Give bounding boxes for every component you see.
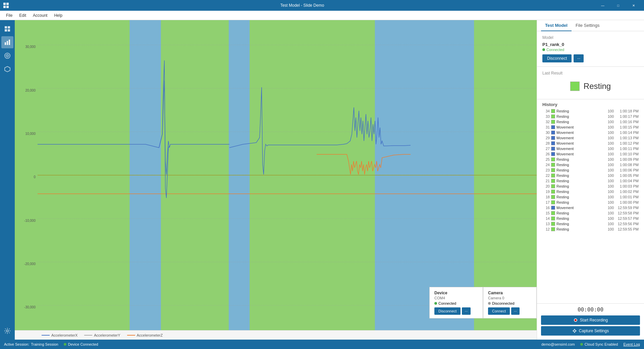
menu-edit[interactable]: Edit [16,12,30,19]
history-row: 25 Resting 100 1:00:09 PM [540,157,641,162]
history-class-label: Resting [556,211,603,215]
history-num: 19 [542,190,550,194]
history-confidence: 100 [604,200,614,204]
svg-rect-10 [9,40,10,45]
history-confidence: 100 [604,141,614,145]
history-num: 13 [542,222,550,226]
history-timestamp: 1:00:16 PM [615,120,639,124]
sidebar-item-settings[interactable] [1,325,13,337]
history-confidence: 100 [604,190,614,194]
disconnect-device-button[interactable]: Disconnect [434,307,461,315]
history-row: 28 Movement 100 1:00:12 PM [540,141,641,146]
history-color-dot [551,114,555,118]
history-timestamp: 1:00:14 PM [615,131,639,135]
camera-port: Camera 0 [488,296,532,300]
history-timestamp: 1:00:12 PM [615,141,639,145]
session-name: Training Session [31,342,58,346]
statusbar-log-label[interactable]: Event Log [623,342,640,346]
history-num: 21 [542,179,550,183]
chart-container[interactable]: 30,000 20,000 10,000 0 -10,000 -20,000 -… [15,20,537,330]
menu-file[interactable]: File [3,12,16,19]
history-confidence: 100 [604,195,614,199]
model-status-dot [542,48,545,51]
history-class-label: Resting [556,114,603,118]
history-row: 24 Resting 100 1:00:08 PM [540,162,641,167]
disconnect-model-button[interactable]: Disconnect [542,54,572,62]
history-class-label: Movement [556,147,603,151]
svg-point-37 [575,319,577,321]
model-more-button[interactable]: ··· [574,54,584,62]
history-confidence: 100 [604,157,614,161]
history-color-dot [551,200,555,204]
status-session: Active Session: Training Session [4,342,58,346]
history-class-label: Resting [556,184,603,188]
device-more-button[interactable]: ··· [462,307,470,315]
legend-line-z [127,335,135,336]
history-num: 18 [542,195,550,199]
sidebar-item-signal[interactable] [1,50,13,62]
history-class-label: Resting [556,157,603,161]
history-class-label: Resting [556,173,603,178]
tab-test-model[interactable]: Test Model [541,20,572,31]
model-section-label: Model [542,35,639,40]
history-color-dot [551,136,555,140]
camera-card: Camera Camera 0 Disconnected Connect ··· [483,287,537,318]
history-color-dot [551,168,555,172]
restore-button[interactable]: □ [610,0,626,11]
history-class-label: Resting [556,190,603,194]
statusbar-device-dot [64,343,66,346]
device-port: COM4 [434,296,478,300]
connect-camera-button[interactable]: Connect [488,307,510,315]
history-list[interactable]: 34 Resting 100 1:00:18 PM 33 Resting 100… [537,108,644,303]
history-color-dot [551,141,555,145]
menu-help[interactable]: Help [51,12,66,19]
history-confidence: 100 [604,216,614,220]
sidebar [0,20,15,340]
history-color-dot [551,227,555,231]
statusbar-cloud-label: Cloud Sync Enabled [585,342,618,346]
sidebar-item-home[interactable] [1,23,13,35]
history-confidence: 100 [604,211,614,215]
minimize-button[interactable]: — [595,0,610,11]
history-color-dot [551,211,555,215]
history-num: 26 [542,152,550,156]
history-color-dot [551,173,555,178]
history-color-dot [551,184,555,188]
sidebar-item-chart[interactable] [1,36,13,48]
model-icon [4,66,11,72]
history-timestamp: 1:00:00 PM [615,200,639,204]
device-status-dot [434,302,437,305]
history-row: 31 Movement 100 1:00:15 PM [540,124,641,130]
menu-account[interactable]: Account [30,12,51,19]
history-num: 33 [542,114,550,118]
history-color-dot [551,157,555,161]
gear-icon [4,328,11,334]
sidebar-item-model[interactable] [1,63,13,75]
history-class-label: Resting [556,179,603,183]
camera-more-button[interactable]: ··· [511,307,520,315]
history-timestamp: 1:00:04 PM [615,179,639,183]
signal-icon [4,52,11,59]
history-color-dot [551,222,555,226]
history-num: 27 [542,147,550,151]
statusbar: Active Session: Training Session Device … [0,340,644,349]
capture-settings-button[interactable]: Capture Settings [541,326,640,336]
status-device: Device Connected [64,342,98,346]
history-class-label: Resting [556,227,603,231]
statusbar-device-label: Device Connected [68,342,98,346]
history-timestamp: 12:59:55 PM [615,227,639,231]
tab-file-settings[interactable]: File Settings [572,20,604,31]
close-button[interactable]: ✕ [626,0,641,11]
start-recording-button[interactable]: Start Recording [541,315,640,325]
history-row: 18 Resting 100 1:00:01 PM [540,194,641,200]
legend-label-x: AccelerometerX [51,333,77,337]
history-timestamp: 1:00:10 PM [615,152,639,156]
history-num: 16 [542,206,550,210]
statusbar-email: demo@sensiml.com [541,342,575,346]
history-timestamp: 1:00:09 PM [615,157,639,161]
camera-status-label: Disconnected [492,301,515,305]
history-num: 31 [542,125,550,129]
history-row: 33 Resting 100 1:00:17 PM [540,114,641,119]
history-section: History 34 Resting 100 1:00:18 PM 33 Res… [537,99,644,303]
recording-timer: 00:00:00 [541,306,640,313]
